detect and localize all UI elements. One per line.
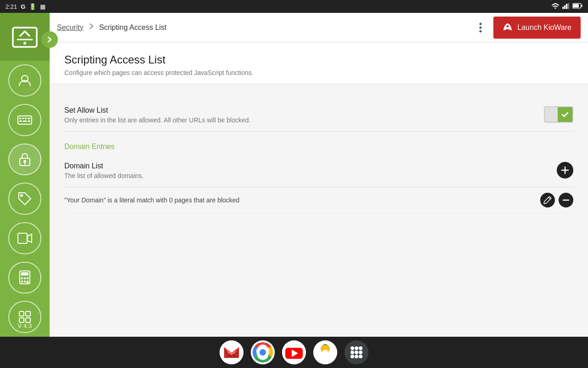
battery-status-icon <box>572 3 582 10</box>
sidebar-toggle-btn[interactable] <box>41 31 58 48</box>
sidebar-item-calculator[interactable] <box>8 262 41 294</box>
svg-point-65 <box>359 351 362 354</box>
set-allow-list-label: Set Allow List <box>64 106 250 115</box>
domain-entry-actions <box>540 193 573 207</box>
page-body: Set Allow List Only entries in the list … <box>50 84 588 228</box>
svg-point-19 <box>23 160 26 163</box>
svg-rect-13 <box>25 118 27 119</box>
taskbar-chrome[interactable] <box>251 340 275 364</box>
svg-rect-0 <box>562 6 564 9</box>
sidebar-item-security[interactable] <box>8 144 41 176</box>
taskbar-photos[interactable] <box>313 340 337 364</box>
svg-point-62 <box>359 346 362 350</box>
remove-domain-button[interactable] <box>559 193 573 207</box>
taskbar-gmail[interactable] <box>220 340 243 364</box>
sidebar-item-face[interactable] <box>8 64 41 97</box>
wifi-icon <box>551 3 560 11</box>
breadcrumb-parent[interactable]: Security <box>57 23 84 32</box>
domain-list-description: The list of allowed domains. <box>64 172 144 179</box>
domain-entry-text: "Your Domain" is a literal match with 0 … <box>64 196 239 204</box>
svg-rect-14 <box>28 118 30 119</box>
breadcrumb-current: Scripting Access List <box>99 23 167 32</box>
page-header: Scripting Access List Configure which pa… <box>50 42 588 84</box>
svg-rect-27 <box>27 277 28 279</box>
breadcrumb-separator <box>87 22 96 33</box>
set-allow-list-description: Only entries in the list are allowed. Al… <box>64 116 250 124</box>
more-options-button[interactable] <box>471 18 490 37</box>
status-time: 2:21 <box>6 3 17 10</box>
content-area: Security Scripting Access List <box>50 13 588 337</box>
top-bar: Security Scripting Access List <box>50 13 588 42</box>
svg-rect-11 <box>19 118 21 119</box>
status-bar: 2:21 G 🔋 ▦ <box>0 0 588 13</box>
page-title: Scripting Access List <box>64 53 573 66</box>
svg-rect-5 <box>573 4 579 8</box>
svg-rect-2 <box>566 4 567 9</box>
set-allow-list-row: Set Allow List Only entries in the list … <box>64 99 573 132</box>
svg-rect-17 <box>28 121 30 122</box>
domain-entries-section-title: Domain Entries <box>64 143 573 151</box>
svg-rect-32 <box>26 311 30 316</box>
launch-kioware-button[interactable]: Launch KioWare <box>493 17 581 39</box>
svg-rect-28 <box>21 281 23 282</box>
battery-icon: 🔋 <box>29 3 36 10</box>
svg-point-66 <box>351 355 354 358</box>
svg-point-38 <box>507 25 509 27</box>
taskbar-apps[interactable] <box>345 340 368 364</box>
svg-rect-31 <box>19 311 24 316</box>
sidebar-item-tag[interactable] <box>8 183 41 215</box>
svg-point-68 <box>359 355 362 358</box>
svg-point-67 <box>355 355 358 358</box>
svg-point-64 <box>355 351 358 354</box>
set-allow-list-toggle[interactable] <box>544 106 573 123</box>
top-bar-actions: Launch KioWare <box>471 17 581 39</box>
svg-point-58 <box>322 350 328 355</box>
svg-rect-6 <box>581 5 582 7</box>
toggle-check-indicator <box>558 107 572 122</box>
svg-point-37 <box>480 30 482 32</box>
launch-button-label: Launch KioWare <box>517 23 571 32</box>
svg-rect-1 <box>564 5 565 9</box>
svg-point-63 <box>351 351 354 354</box>
sidebar-item-video[interactable] <box>8 222 41 254</box>
domain-list-label: Domain List <box>64 162 144 170</box>
signal-icon <box>562 3 570 11</box>
domain-entry-row: "Your Domain" is a literal match with 0 … <box>64 187 573 213</box>
svg-point-36 <box>480 26 482 29</box>
svg-rect-34 <box>26 318 30 322</box>
taskbar-youtube[interactable] <box>282 340 306 364</box>
svg-point-49 <box>260 349 266 356</box>
svg-point-60 <box>351 346 354 350</box>
add-domain-button[interactable] <box>557 162 573 178</box>
breadcrumb: Security Scripting Access List <box>57 22 167 33</box>
svg-rect-26 <box>24 277 26 279</box>
svg-point-21 <box>20 194 23 197</box>
sidebar-version: V 4.3 <box>18 322 32 329</box>
svg-rect-3 <box>568 3 569 9</box>
svg-rect-12 <box>22 118 24 119</box>
svg-rect-15 <box>19 121 22 122</box>
toggle-wrapper <box>544 106 573 123</box>
svg-rect-25 <box>21 277 23 279</box>
svg-point-8 <box>23 42 26 45</box>
grid-icon: ▦ <box>40 3 45 10</box>
svg-rect-16 <box>23 121 27 122</box>
page-subtitle: Configure which pages can access protect… <box>64 69 573 76</box>
sidebar-item-keyboard[interactable] <box>8 104 41 136</box>
svg-rect-33 <box>19 318 24 322</box>
svg-rect-22 <box>18 233 27 243</box>
page-content: Scripting Access List Configure which pa… <box>50 42 588 337</box>
svg-rect-10 <box>18 116 32 124</box>
svg-rect-29 <box>24 281 26 282</box>
sidebar: V 4.3 <box>0 13 50 337</box>
domain-list-header: Domain List The list of allowed domains. <box>64 158 573 187</box>
svg-rect-30 <box>27 281 28 284</box>
svg-point-61 <box>355 346 358 350</box>
svg-point-35 <box>480 23 482 25</box>
taskbar <box>0 337 588 368</box>
svg-rect-24 <box>21 272 28 276</box>
google-g-icon: G <box>21 3 25 10</box>
edit-domain-button[interactable] <box>540 193 555 207</box>
